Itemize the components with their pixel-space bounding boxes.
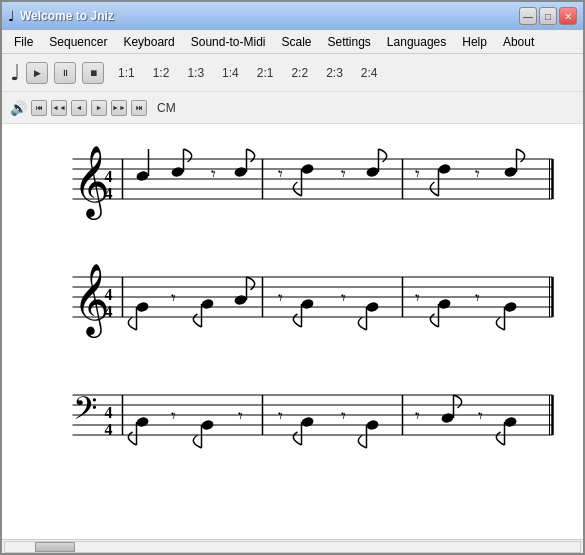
- svg-point-59: [438, 298, 452, 310]
- svg-text:𝄾: 𝄾: [171, 294, 176, 302]
- svg-text:𝄾: 𝄾: [278, 294, 283, 302]
- nav-next-next-button[interactable]: ►►: [111, 100, 127, 116]
- svg-point-53: [301, 298, 315, 310]
- staff-1: 𝄞 4 4: [10, 134, 575, 224]
- svg-text:𝄾: 𝄾: [341, 170, 346, 178]
- svg-text:𝄾: 𝄾: [475, 170, 480, 178]
- horizontal-scrollbar[interactable]: [2, 539, 583, 553]
- nav-next-button[interactable]: ►: [91, 100, 107, 116]
- svg-text:𝄾: 𝄾: [341, 412, 346, 420]
- pause-button[interactable]: ⏸: [54, 62, 76, 84]
- svg-text:4: 4: [105, 404, 113, 421]
- score-scroll-area[interactable]: 𝄞 4 4: [2, 124, 583, 539]
- svg-point-93: [504, 416, 518, 428]
- menu-sequencer[interactable]: Sequencer: [41, 32, 115, 52]
- volume-icon: 🔊: [10, 100, 27, 116]
- staff-svg-2: 𝄞 4 4 𝄾: [10, 252, 575, 342]
- transport-toolbar: ♩ ▶ ⏸ ⏹ 1:1 1:2 1:3 1:4 2:1 2:2 2:3 2:4: [2, 54, 583, 92]
- menu-about[interactable]: About: [495, 32, 542, 52]
- svg-text:4: 4: [105, 185, 113, 202]
- nav-prev-button[interactable]: ◄: [71, 100, 87, 116]
- svg-point-13: [136, 170, 150, 182]
- svg-text:𝄾: 𝄾: [341, 294, 346, 302]
- menu-scale[interactable]: Scale: [273, 32, 319, 52]
- svg-point-27: [438, 163, 452, 175]
- svg-text:𝄾: 𝄾: [278, 170, 283, 178]
- svg-point-50: [234, 294, 248, 306]
- svg-point-24: [366, 166, 380, 178]
- svg-point-45: [136, 301, 150, 313]
- svg-point-84: [301, 416, 315, 428]
- svg-text:4: 4: [105, 303, 113, 320]
- nav-start-button[interactable]: ⏮: [31, 100, 47, 116]
- pos-1-4: 1:4: [222, 66, 239, 80]
- scroll-thumb[interactable]: [35, 542, 75, 552]
- position-display: 1:1 1:2 1:3 1:4 2:1 2:2 2:3 2:4: [118, 66, 378, 80]
- svg-text:𝄾: 𝄾: [475, 294, 480, 302]
- nav-end-button[interactable]: ⏭: [131, 100, 147, 116]
- svg-text:4: 4: [105, 421, 113, 438]
- menu-keyboard[interactable]: Keyboard: [115, 32, 182, 52]
- window-title: Welcome to Jniz: [20, 9, 114, 23]
- key-display: CM: [157, 101, 176, 115]
- menu-bar: File Sequencer Keyboard Sound-to-Midi Sc…: [2, 30, 583, 54]
- svg-point-15: [171, 166, 185, 178]
- svg-text:𝄾: 𝄾: [171, 412, 176, 420]
- svg-text:𝄾: 𝄾: [478, 412, 483, 420]
- svg-point-18: [234, 166, 248, 178]
- svg-point-62: [504, 301, 518, 313]
- menu-file[interactable]: File: [6, 32, 41, 52]
- svg-point-90: [441, 412, 455, 424]
- scroll-track[interactable]: [4, 541, 581, 553]
- pos-1-2: 1:2: [153, 66, 170, 80]
- svg-text:𝄾: 𝄾: [415, 412, 420, 420]
- minimize-button[interactable]: —: [519, 7, 537, 25]
- pos-1-3: 1:3: [187, 66, 204, 80]
- svg-point-56: [366, 301, 380, 313]
- staff-2: 𝄞 4 4 𝄾: [10, 252, 575, 342]
- pos-2-4: 2:4: [361, 66, 378, 80]
- pos-1-1: 1:1: [118, 66, 135, 80]
- svg-point-48: [201, 298, 215, 310]
- maximize-button[interactable]: □: [539, 7, 557, 25]
- svg-text:𝄾: 𝄾: [211, 170, 216, 178]
- note-icon: ♩: [10, 60, 20, 86]
- menu-languages[interactable]: Languages: [379, 32, 454, 52]
- svg-text:𝄾: 𝄾: [278, 412, 283, 420]
- play-button[interactable]: ▶: [26, 62, 48, 84]
- svg-text:𝄢: 𝄢: [73, 391, 97, 433]
- nav-prev-prev-button[interactable]: ◄◄: [51, 100, 67, 116]
- svg-point-87: [366, 419, 380, 431]
- svg-point-80: [201, 419, 215, 431]
- svg-point-21: [301, 163, 315, 175]
- svg-point-77: [136, 416, 150, 428]
- staff-3: 𝄢 4 4 𝄾 𝄾: [10, 370, 575, 460]
- navigation-toolbar: 🔊 ⏮ ◄◄ ◄ ► ►► ⏭ CM: [2, 92, 583, 124]
- svg-text:𝄾: 𝄾: [415, 170, 420, 178]
- stop-button[interactable]: ⏹: [82, 62, 104, 84]
- menu-sound-to-midi[interactable]: Sound-to-Midi: [183, 32, 274, 52]
- title-bar: ♩ Welcome to Jniz — □ ✕: [2, 2, 583, 30]
- menu-help[interactable]: Help: [454, 32, 495, 52]
- main-window: ♩ Welcome to Jniz — □ ✕ File Sequencer K…: [0, 0, 585, 555]
- main-content: 𝄞 4 4: [2, 124, 583, 539]
- staff-svg-1: 𝄞 4 4: [10, 134, 575, 224]
- svg-text:4: 4: [105, 168, 113, 185]
- svg-text:𝄾: 𝄾: [415, 294, 420, 302]
- svg-text:4: 4: [105, 286, 113, 303]
- pos-2-1: 2:1: [257, 66, 274, 80]
- app-icon: ♩: [8, 8, 15, 24]
- pos-2-2: 2:2: [291, 66, 308, 80]
- svg-text:𝄾: 𝄾: [238, 412, 243, 420]
- close-button[interactable]: ✕: [559, 7, 577, 25]
- menu-settings[interactable]: Settings: [320, 32, 379, 52]
- staff-svg-3: 𝄢 4 4 𝄾 𝄾: [10, 370, 575, 460]
- svg-point-30: [504, 166, 518, 178]
- pos-2-3: 2:3: [326, 66, 343, 80]
